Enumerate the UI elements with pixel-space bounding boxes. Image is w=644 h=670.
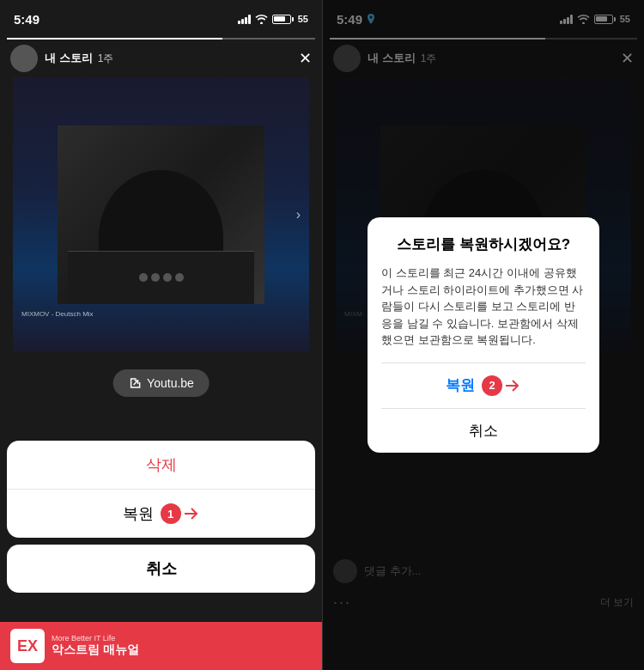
cancel-button-left[interactable]: 취소 bbox=[7, 545, 315, 593]
signal-icon bbox=[238, 14, 251, 24]
left-panel: 5:49 55 내 스 bbox=[0, 0, 322, 670]
watermark-main: 악스트림 매뉴얼 bbox=[52, 643, 139, 658]
dialog-body: 이 스토리를 최근 24시간 이내에 공유했거나 스토리 하이라이트에 추가했으… bbox=[381, 265, 586, 349]
status-bar-left: 5:49 55 bbox=[0, 0, 322, 38]
dialog-overlay: 스토리를 복원하시겠어요? 이 스토리를 최근 24시간 이내에 공유했거나 스… bbox=[323, 0, 644, 670]
action-group-main: 삭제 복원 1 bbox=[7, 441, 315, 538]
battery-icon bbox=[272, 15, 294, 24]
restore-button-row[interactable]: 복원 1 bbox=[7, 490, 315, 538]
watermark-sub: More Better IT Life bbox=[52, 634, 139, 643]
badge-1: 1 bbox=[161, 503, 181, 524]
dialog-title: 스토리를 복원하시겠어요? bbox=[381, 234, 586, 254]
story-header-left: 내 스토리 1주 ✕ bbox=[0, 38, 322, 79]
watermark-bar: EX More Better IT Life 악스트림 매뉴얼 bbox=[0, 622, 322, 670]
dialog-restore-label: 복원 bbox=[446, 375, 475, 395]
yt-badge-left[interactable]: Youtu.be bbox=[112, 369, 210, 397]
right-panel: 5:49 55 bbox=[322, 0, 644, 670]
yt-link-text-left: Youtu.be bbox=[147, 376, 194, 390]
story-meta-left: 내 스토리 1주 bbox=[45, 51, 299, 66]
dialog-box: 스토리를 복원하시겠어요? 이 스토리를 최근 24시간 이내에 공유했거나 스… bbox=[368, 217, 599, 453]
story-image-left: MIXMOV - Deutsch Mix › bbox=[13, 77, 309, 352]
action-sheet: 삭제 복원 1 취소 bbox=[7, 441, 315, 593]
badge-2: 2 bbox=[482, 375, 502, 396]
close-icon-left[interactable]: ✕ bbox=[299, 49, 312, 68]
delete-button[interactable]: 삭제 bbox=[7, 441, 315, 490]
dialog-cancel-button[interactable]: 취소 bbox=[381, 409, 586, 453]
status-icons-left: 55 bbox=[238, 14, 308, 24]
arrow-icon-1 bbox=[185, 508, 200, 520]
battery-pct: 55 bbox=[298, 14, 308, 24]
link-icon-left bbox=[128, 376, 142, 390]
wifi-icon bbox=[255, 14, 268, 24]
arrow-icon-2 bbox=[506, 380, 521, 392]
watermark-logo: EX bbox=[10, 629, 45, 663]
avatar-left bbox=[10, 45, 38, 72]
time-left: 5:49 bbox=[14, 12, 39, 27]
watermark-text: More Better IT Life 악스트림 매뉴얼 bbox=[52, 634, 139, 658]
restore-label: 복원 bbox=[123, 503, 154, 524]
story-time-left: 1주 bbox=[98, 52, 114, 66]
story-watermark-left: MIXMOV - Deutsch Mix bbox=[21, 310, 94, 318]
story-arrow-left: › bbox=[296, 207, 301, 222]
badge-arrow-row: 2 bbox=[482, 375, 521, 396]
story-name-left: 내 스토리 bbox=[45, 51, 93, 66]
dialog-restore-button[interactable]: 복원 2 bbox=[381, 363, 586, 409]
